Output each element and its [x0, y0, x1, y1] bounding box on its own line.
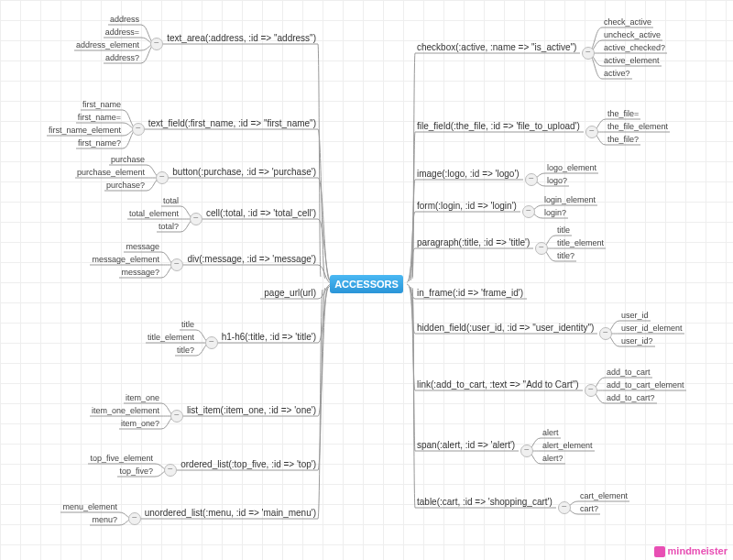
- root-node: ACCESSORS: [330, 275, 403, 293]
- collapse-icon[interactable]: −: [150, 38, 163, 50]
- method-node: file_field(:the_file, :id => 'file_to_up…: [417, 121, 580, 131]
- sub-node: menu_element: [62, 502, 117, 511]
- collapse-icon[interactable]: −: [205, 336, 218, 349]
- sub-node: total: [163, 196, 179, 205]
- method-node: cell(:total, :id => 'total_cell'): [206, 208, 316, 218]
- method-node: link(:add_to_cart, :text => "Add to Cart…: [417, 379, 579, 390]
- sub-node: total?: [159, 222, 179, 231]
- sub-node: message: [126, 242, 159, 251]
- method-node: checkbox(:active, :name => "is_active"): [417, 42, 576, 52]
- collapse-icon[interactable]: −: [520, 445, 533, 457]
- method-node: in_frame(:id => 'frame_id'): [417, 288, 523, 298]
- collapse-icon[interactable]: −: [156, 171, 169, 184]
- sub-node: first_name: [82, 100, 121, 109]
- method-node: image(:logo, :id => 'logo'): [417, 169, 520, 179]
- sub-node: item_one: [126, 393, 159, 402]
- sub-node: logo?: [547, 176, 567, 185]
- method-node: button(:purchase, :id => 'purchase'): [172, 167, 316, 177]
- method-node: paragraph(:title, :id => 'title'): [417, 237, 530, 247]
- sub-node: address: [110, 15, 139, 24]
- sub-node: purchase: [111, 155, 145, 164]
- sub-node: total_element: [129, 209, 179, 218]
- collapse-icon[interactable]: −: [582, 47, 595, 60]
- sub-node: add_to_cart: [607, 368, 651, 377]
- method-node: div(:message, :id => 'message'): [187, 254, 316, 264]
- sub-node: first_name?: [78, 138, 121, 148]
- collapse-icon[interactable]: −: [599, 327, 612, 340]
- sub-node: message?: [121, 268, 159, 277]
- sub-node: user_id_element: [621, 324, 683, 333]
- sub-node: alert: [542, 428, 559, 437]
- brand-logo-icon: [654, 546, 665, 557]
- sub-node: add_to_cart_element: [607, 380, 684, 390]
- sub-node: purchase?: [106, 181, 145, 190]
- sub-node: add_to_cart?: [607, 393, 655, 402]
- sub-node: cart_element: [580, 491, 628, 500]
- sub-node: purchase_element: [77, 168, 145, 177]
- collapse-icon[interactable]: −: [164, 464, 177, 477]
- method-node: text_field(:first_name, :id => "first_na…: [148, 118, 316, 128]
- sub-node: title_element: [148, 333, 194, 342]
- collapse-icon[interactable]: −: [190, 213, 202, 225]
- sub-node: address?: [105, 53, 139, 62]
- collapse-icon[interactable]: −: [170, 410, 183, 423]
- sub-node: title?: [177, 346, 194, 355]
- collapse-icon[interactable]: −: [132, 123, 145, 136]
- method-node: form(:login, :id => 'login'): [417, 201, 517, 211]
- collapse-icon[interactable]: −: [535, 242, 548, 255]
- sub-node: active?: [604, 69, 630, 78]
- sub-node: address=: [105, 27, 139, 37]
- brand-text: mindmeister: [668, 545, 728, 556]
- sub-node: address_element: [76, 40, 139, 49]
- sub-node: check_active: [604, 17, 651, 27]
- sub-node: title?: [557, 251, 574, 260]
- sub-node: title: [557, 225, 570, 235]
- sub-node: menu?: [92, 515, 117, 524]
- sub-node: the_file_element: [607, 122, 668, 131]
- method-node: unordered_list(:menu, :id => 'main_menu'…: [145, 508, 316, 518]
- sub-node: top_five_element: [90, 454, 153, 463]
- footer-brand: mindmeister: [654, 545, 728, 557]
- method-node: ordered_list(:top_five, :id => 'top'): [181, 459, 316, 469]
- sub-node: active_element: [604, 56, 660, 65]
- sub-node: user_id: [621, 311, 649, 320]
- collapse-icon[interactable]: −: [585, 384, 597, 397]
- sub-node: uncheck_active: [604, 30, 661, 39]
- sub-node: the_file=: [607, 109, 639, 118]
- sub-node: logo_element: [547, 163, 596, 172]
- sub-node: user_id?: [621, 336, 653, 346]
- sub-node: top_five?: [119, 467, 153, 476]
- sub-node: alert?: [542, 454, 563, 463]
- collapse-icon[interactable]: −: [522, 205, 535, 218]
- collapse-icon[interactable]: −: [558, 501, 571, 514]
- collapse-icon[interactable]: −: [170, 258, 183, 271]
- method-node: h1-h6(:title, :id => 'title'): [222, 332, 316, 342]
- sub-node: active_checked?: [604, 43, 665, 52]
- method-node: table(:cart, :id => 'shopping_cart'): [417, 497, 552, 507]
- method-node: page_url(url): [264, 288, 316, 298]
- sub-node: first_name_element: [49, 126, 121, 135]
- sub-node: alert_element: [542, 441, 593, 450]
- method-node: span(:alert, :id => 'alert'): [417, 440, 515, 450]
- sub-node: first_name=: [78, 113, 121, 122]
- collapse-icon[interactable]: −: [128, 512, 141, 525]
- method-node: text_area(:address, :id => "address"): [167, 33, 316, 43]
- method-node: hidden_field(:user_id, :id => "user_iden…: [417, 323, 594, 333]
- sub-node: login?: [544, 208, 566, 217]
- collapse-icon[interactable]: −: [585, 126, 598, 138]
- sub-node: the_file?: [607, 135, 639, 144]
- method-node: list_item(:item_one, :id => 'one'): [187, 405, 316, 415]
- sub-node: item_one_element: [92, 406, 159, 415]
- sub-node: message_element: [92, 255, 159, 264]
- sub-node: cart?: [580, 504, 598, 513]
- collapse-icon[interactable]: −: [525, 173, 538, 186]
- sub-node: item_one?: [121, 419, 159, 428]
- sub-node: title_element: [557, 238, 604, 247]
- sub-node: title: [181, 320, 194, 329]
- sub-node: login_element: [544, 195, 596, 204]
